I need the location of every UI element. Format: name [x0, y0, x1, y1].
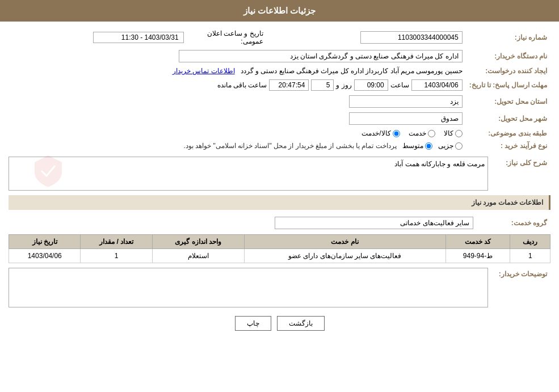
deadline-days: 5 — [311, 79, 334, 91]
process-motavasset-label: متوسط — [402, 142, 423, 150]
services-section-title: اطلاعات خدمات مورد نیاز — [9, 195, 550, 210]
category-khadamat-label: خدمت — [409, 129, 426, 137]
buyer-notes-value — [9, 268, 488, 307]
table-row: 1ط-94-949فعالیت‌های سایر سازمان‌های دارا… — [9, 249, 550, 263]
buyer-org-label: نام دستگاه خریدار: — [466, 48, 550, 65]
service-group-value: سایر فعالیت‌های خدماتی — [275, 217, 473, 229]
row-service-group: گروه خدمت: سایر فعالیت‌های خدماتی — [9, 214, 550, 231]
process-description: پرداخت تمام یا بخشی از مبلغ خریدار از مح… — [183, 142, 396, 150]
info-table: شماره نیاز: 1103003344000045 تاریخ و ساع… — [9, 27, 550, 152]
category-label: طبقه بندی موضوعی: — [466, 127, 550, 140]
process-jozi-label: جزیی — [438, 142, 453, 150]
category-radio-group: کالا خدمت کالا/خدمت — [12, 129, 463, 137]
creator-contact-link[interactable]: اطلاعات تماس خریدار — [173, 67, 235, 75]
services-table-header-row: ردیف کد خدمت نام خدمت واحد اندازه گیری ت… — [9, 235, 550, 249]
days-label: روز و — [336, 81, 351, 89]
col-name: نام خدمت — [244, 235, 445, 249]
row-creator: ایجاد کننده درخواست: حسین پورموسی مریم آ… — [9, 65, 550, 77]
category-kala-khadamat-radio[interactable] — [393, 130, 400, 137]
service-group-table: گروه خدمت: سایر فعالیت‌های خدماتی — [9, 214, 550, 231]
category-khadamat-radio[interactable] — [428, 130, 435, 137]
need-description-container: مرمت قلعه و جاباركانه همت آباد — [9, 157, 488, 191]
row-city: شهر محل تحویل: صدوق — [9, 110, 550, 127]
back-button[interactable]: بازگشت — [277, 316, 325, 331]
province-label: استان محل تحویل: — [466, 93, 550, 110]
cell-unit: استعلام — [152, 249, 244, 263]
category-kala-radio[interactable] — [455, 130, 463, 137]
row-province: استان محل تحویل: یزد — [9, 93, 550, 110]
row-need-number: شماره نیاز: 1103003344000045 تاریخ و ساع… — [9, 27, 550, 48]
col-date: تاریخ نیاز — [9, 235, 81, 249]
col-row: ردیف — [510, 235, 550, 249]
need-description-value: مرمت قلعه و جاباركانه همت آباد — [9, 157, 488, 191]
category-khadamat-option[interactable]: خدمت — [409, 129, 435, 137]
page-header: جزئیات اطلاعات نیاز — [0, 0, 559, 22]
category-kala-option[interactable]: کالا — [444, 129, 463, 137]
deadline-remaining: 20:47:54 — [269, 79, 309, 91]
city-value: صدوق — [349, 112, 463, 125]
cell-quantity: 1 — [81, 249, 152, 263]
buyer-org-value: اداره کل میراث فرهنگی صنایع دستی و گردشگ… — [179, 50, 463, 62]
category-kala-khadamat-label: کالا/خدمت — [362, 129, 390, 137]
need-description-text: مرمت قلعه و جاباركانه همت آباد — [394, 160, 485, 168]
creator-value: حسین پورموسی مریم آباد کاربرداز اداره کل… — [241, 67, 463, 75]
process-jozi-option[interactable]: جزیی — [438, 142, 463, 150]
announce-date-value: 1403/03/31 - 11:30 — [93, 32, 184, 43]
page-container: جزئیات اطلاعات نیاز شماره نیاز: 11030033… — [0, 0, 559, 392]
need-number-label: شماره نیاز: — [466, 27, 550, 48]
col-unit: واحد اندازه گیری — [152, 235, 244, 249]
service-group-label: گروه خدمت: — [477, 214, 550, 231]
deadline-date: 1403/04/06 — [411, 79, 463, 91]
buyer-notes-section: توضیحات خریدار: — [9, 268, 550, 307]
watermark-shield — [31, 154, 65, 188]
cell-code: ط-94-949 — [445, 249, 510, 263]
col-code: کد خدمت — [445, 235, 510, 249]
process-jozi-radio[interactable] — [455, 142, 463, 150]
province-value: یزد — [349, 95, 463, 108]
need-description-label: شرح کلی نیاز: — [488, 157, 550, 169]
category-kala-label: کالا — [444, 129, 453, 137]
row-response-deadline: مهلت ارسال پاسخ: تا تاریخ: 1403/04/06 سا… — [9, 77, 550, 93]
city-label: شهر محل تحویل: — [466, 110, 550, 127]
col-qty: تعداد / مقدار — [81, 235, 152, 249]
row-buyer-org: نام دستگاه خریدار: اداره کل میراث فرهنگی… — [9, 48, 550, 65]
services-table: ردیف کد خدمت نام خدمت واحد اندازه گیری ت… — [9, 234, 550, 263]
row-process-type: نوع فرآیند خرید : جزیی متوسط پرداخت — [9, 140, 550, 152]
cell-name: فعالیت‌های سایر سازمان‌های دارای عضو — [244, 249, 445, 263]
buyer-notes-label: توضیحات خریدار: — [488, 268, 550, 280]
cell-row: 1 — [510, 249, 550, 263]
process-type-row: جزیی متوسط پرداخت تمام یا بخشی از مبلغ خ… — [12, 142, 463, 150]
announce-label: تاریخ و ساعت اعلان عمومی: — [187, 27, 267, 48]
main-content: شماره نیاز: 1103003344000045 تاریخ و ساع… — [0, 22, 559, 345]
process-motavasset-option[interactable]: متوسط — [402, 142, 432, 150]
time-label: ساعت — [390, 81, 409, 89]
row-category: طبقه بندی موضوعی: کالا خدمت — [9, 127, 550, 140]
need-number-value: 1103003344000045 — [360, 31, 463, 44]
cell-date: 1403/04/06 — [9, 249, 81, 263]
print-button[interactable]: چاپ — [235, 316, 271, 331]
category-kala-khadamat-option[interactable]: کالا/خدمت — [362, 129, 400, 137]
process-type-label: نوع فرآیند خرید : — [466, 140, 550, 152]
page-title: جزئیات اطلاعات نیاز — [243, 6, 316, 15]
deadline-time: 09:00 — [354, 79, 388, 91]
process-motavasset-radio[interactable] — [425, 142, 432, 150]
response-deadline-label: مهلت ارسال پاسخ: تا تاریخ: — [466, 77, 550, 93]
action-buttons: بازگشت چاپ — [9, 316, 550, 331]
remaining-label: ساعت باقی مانده — [217, 81, 267, 89]
buyer-notes-container — [9, 268, 488, 307]
creator-label: ایجاد کننده درخواست: — [466, 65, 550, 77]
need-description-section: شرح کلی نیاز: مرمت قلعه و جاباركانه همت … — [9, 157, 550, 191]
deadline-datetime-row: 1403/04/06 ساعت 09:00 روز و 5 20:47:54 س… — [12, 79, 463, 91]
